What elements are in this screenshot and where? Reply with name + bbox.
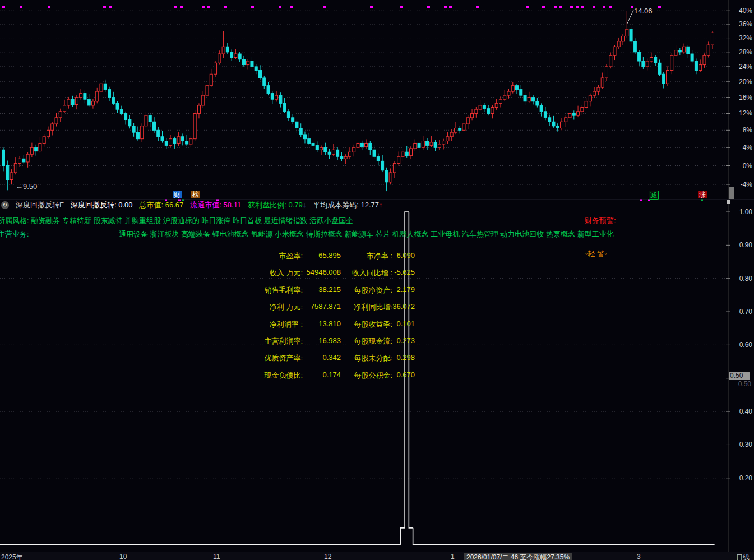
fin-cell-l1: 销售毛利率:	[241, 285, 303, 295]
price-axis-label: 4%	[730, 144, 752, 151]
candle-body	[683, 47, 686, 52]
candle-body	[149, 115, 151, 122]
event-mark	[570, 6, 573, 8]
candle-body	[247, 61, 249, 65]
candle-body	[132, 126, 135, 132]
time-axis-bar[interactable]: 2025年10111213 2026/01/07/二 46 至今涨幅27.35%…	[0, 552, 754, 560]
candle-body	[471, 113, 474, 117]
candle-body	[84, 94, 86, 100]
candle-body	[152, 122, 155, 130]
candle-body	[475, 109, 478, 113]
style-row: 所属风格: 融资融券 专精特新 股东减持 并购重组股 沪股通标的 昨日涨停 昨日…	[0, 216, 353, 226]
candle-body	[124, 113, 127, 119]
down-arrow-icon: ↓	[303, 201, 307, 209]
candle-body	[434, 142, 437, 147]
pane-resize-handle	[729, 187, 734, 199]
indicator-axis-label: 1.00	[730, 208, 752, 216]
candle-body	[259, 71, 262, 78]
fin-cell-v2: -5.625	[386, 268, 415, 276]
candle-body	[462, 124, 465, 130]
fin-cell-l1: 收入 万元:	[241, 268, 303, 278]
fin-cell-l2: 净利同比增:	[336, 302, 392, 312]
candle-body	[91, 101, 94, 105]
candle-body	[528, 98, 530, 101]
event-mark	[48, 6, 50, 8]
candle-body	[495, 103, 498, 107]
candle-body	[483, 105, 485, 109]
candle-body	[2, 150, 5, 165]
candle-body	[210, 74, 212, 85]
candle-body	[161, 137, 164, 141]
candle-body	[674, 50, 677, 56]
rise-badge[interactable]: 涨	[698, 191, 707, 198]
candle-body	[654, 58, 657, 63]
candle-body	[711, 33, 714, 45]
business-tags[interactable]: 通用设备 浙江板块 高端装备 锂电池概念 氢能源 小米概念 特斯拉概念 新能源车…	[119, 229, 614, 239]
business-label: 主营业务:	[0, 229, 29, 239]
candle-body	[430, 142, 433, 145]
candle-body	[446, 137, 449, 141]
candle-body	[39, 143, 41, 151]
candle-body	[30, 147, 33, 154]
indicator-cycle-icon[interactable]: ↻	[1, 201, 9, 209]
candle-body	[251, 61, 253, 67]
fin-cell-v2: 2.179	[386, 285, 415, 294]
fin-cell-l2: 每股未分配:	[336, 353, 392, 363]
fin-cell-l1: 市盈率:	[241, 251, 303, 261]
candle-body	[601, 78, 604, 87]
candle-body	[365, 143, 368, 146]
finance-badge[interactable]: 财	[173, 191, 182, 198]
candle-body	[572, 113, 575, 115]
candle-body	[14, 163, 17, 173]
axis-label-dimmed: 0.50	[729, 380, 751, 388]
candle-body	[71, 99, 74, 104]
x-axis-label: 3	[637, 553, 641, 560]
fin-cell-v1: 7587.871	[303, 302, 341, 311]
fin-cell-v2: -36.072	[386, 302, 415, 311]
candle-body	[116, 103, 119, 109]
candle-body	[279, 95, 282, 103]
candle-body	[112, 98, 115, 104]
float-cap: 流通市值: 58.11	[190, 200, 241, 210]
avg-cost: 平均成本筹码: 12.77↑	[313, 200, 382, 210]
reduce-badge[interactable]: 减	[649, 191, 659, 200]
financial-table-row: 净利润率 :13.810每股收益季:0.101	[0, 320, 754, 328]
candle-body	[120, 109, 123, 113]
candle-body	[353, 147, 355, 152]
candle-body	[565, 118, 567, 122]
price-axis-label: 36%	[730, 20, 752, 28]
candle-body	[87, 99, 90, 105]
financial-table-row: 收入 万元:54946.008收入同比增 :-5.625	[0, 268, 754, 277]
event-mark	[400, 6, 403, 8]
event-mark	[542, 6, 545, 8]
candle-body	[377, 156, 380, 161]
candle-body	[426, 141, 429, 146]
candle-body	[560, 122, 563, 128]
financial-table-row: 主营利润率:16.983每股现金流:0.273	[0, 336, 754, 345]
price-axis-label: 0%	[730, 162, 752, 170]
candle-body	[230, 52, 233, 58]
candle-body	[699, 65, 702, 71]
fin-cell-v2: 0.101	[386, 320, 415, 328]
candle-body	[520, 90, 522, 96]
x-axis-label: 10	[119, 553, 127, 560]
price-axis-label: 12%	[730, 109, 752, 117]
period-selector[interactable]: 日线	[736, 553, 750, 560]
event-mark	[202, 6, 205, 8]
event-mark	[251, 6, 254, 8]
price-axis-label: -4%	[730, 181, 752, 188]
event-mark	[370, 6, 373, 8]
indicator-axis-label: 0.30	[730, 441, 752, 448]
rank-badge[interactable]: 榜	[191, 191, 200, 198]
candle-body	[145, 115, 147, 126]
event-mark	[180, 6, 183, 8]
finance-warning-label: 财务预警:	[585, 216, 616, 226]
style-tags[interactable]: 融资融券 专精特新 股东减持 并购重组股 沪股通标的 昨日涨停 昨日首板 最近情…	[31, 216, 353, 225]
event-mark	[103, 6, 106, 8]
event-mark	[658, 6, 661, 8]
indicator-name[interactable]: 深度回撤反转F	[16, 200, 64, 210]
x-axis-label: 2025年	[1, 553, 23, 560]
candle-body	[691, 54, 693, 61]
event-mark	[559, 6, 562, 8]
event-mark	[279, 6, 281, 8]
